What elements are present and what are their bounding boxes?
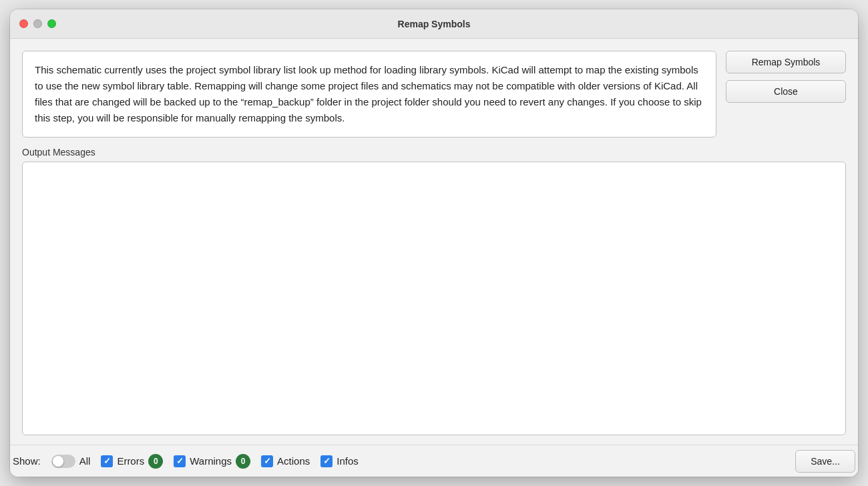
warnings-label: Warnings: [190, 455, 232, 467]
all-label: All: [79, 455, 91, 467]
errors-checkbox[interactable]: [101, 455, 113, 467]
info-box: This schematic currently uses the projec…: [22, 51, 716, 138]
close-button[interactable]: Close: [726, 80, 846, 103]
warnings-checkbox-group: Warnings 0: [174, 454, 250, 469]
errors-label: Errors: [117, 455, 144, 467]
info-text: This schematic currently uses the projec…: [35, 64, 702, 124]
infos-checkbox[interactable]: [320, 455, 333, 467]
infos-checkbox-group: Infos: [320, 455, 359, 467]
output-section: Output Messages: [22, 147, 846, 435]
remap-symbols-button[interactable]: Remap Symbols: [726, 51, 846, 73]
infos-label: Infos: [337, 455, 359, 467]
top-section: This schematic currently uses the projec…: [22, 51, 846, 138]
all-toggle[interactable]: [51, 455, 75, 468]
actions-checkbox[interactable]: [261, 455, 273, 467]
main-content: This schematic currently uses the projec…: [10, 39, 858, 445]
errors-checkbox-group: Errors 0: [101, 454, 163, 469]
save-button[interactable]: Save...: [795, 450, 855, 473]
warnings-count-badge: 0: [236, 454, 250, 469]
output-label: Output Messages: [22, 147, 846, 158]
main-window: Remap Symbols This schematic currently u…: [10, 9, 858, 477]
title-bar: Remap Symbols: [10, 9, 858, 39]
window-title: Remap Symbols: [398, 19, 471, 29]
actions-label: Actions: [277, 455, 310, 467]
bottom-bar: Show: All Errors 0 Warnings 0 Actions In…: [10, 445, 858, 477]
close-window-button[interactable]: [19, 19, 28, 28]
warnings-checkbox[interactable]: [174, 455, 186, 467]
output-area[interactable]: [22, 162, 846, 435]
errors-count-badge: 0: [148, 454, 163, 469]
traffic-lights: [19, 19, 56, 28]
minimize-window-button[interactable]: [33, 19, 42, 28]
actions-checkbox-group: Actions: [261, 455, 310, 467]
action-buttons: Remap Symbols Close: [726, 51, 846, 103]
maximize-window-button[interactable]: [47, 19, 56, 28]
show-label: Show:: [13, 455, 41, 467]
all-checkbox-group: All: [51, 455, 91, 468]
